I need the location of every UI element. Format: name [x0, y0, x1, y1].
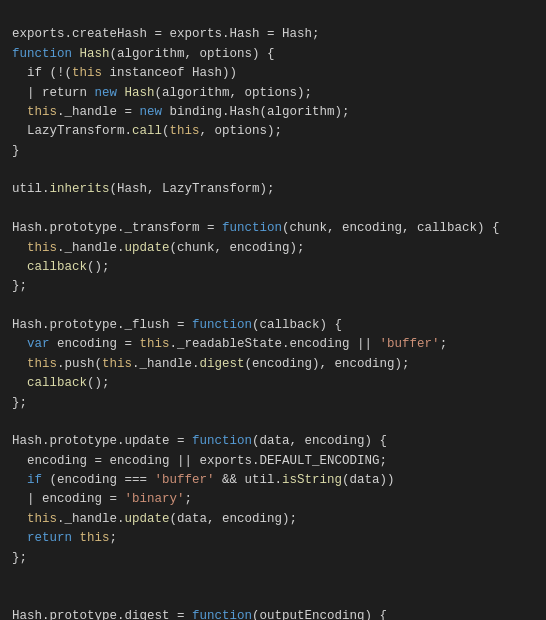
- token: isString: [282, 473, 342, 487]
- token: Hash: [80, 47, 110, 61]
- token: 'binary': [125, 492, 185, 506]
- token: callback: [27, 376, 87, 390]
- code-line: this._handle.update(data, encoding);: [0, 510, 546, 529]
- token: [12, 260, 27, 274]
- code-container: exports.createHash = exports.Hash = Hash…: [0, 0, 546, 620]
- token: (encoding), encoding);: [245, 357, 410, 371]
- token: , options);: [200, 124, 283, 138]
- token: 'buffer': [155, 473, 215, 487]
- token: update: [125, 512, 170, 526]
- token: [12, 105, 27, 119]
- token: ._handle.: [132, 357, 200, 371]
- token: this: [80, 531, 110, 545]
- token: Hash: [125, 86, 155, 100]
- token: ;: [440, 337, 448, 351]
- token: };: [12, 279, 27, 293]
- code-line: [0, 568, 546, 587]
- code-line: Hash.prototype.digest = function(outputE…: [0, 607, 546, 620]
- token: inherits: [50, 182, 110, 196]
- token: new: [95, 86, 125, 100]
- token: ._handle.: [57, 512, 125, 526]
- code-line: [0, 413, 546, 432]
- token: call: [132, 124, 162, 138]
- token: callback: [27, 260, 87, 274]
- code-line: }: [0, 142, 546, 161]
- token: [12, 337, 27, 351]
- token: Hash.prototype._transform =: [12, 221, 222, 235]
- code-line: util.inherits(Hash, LazyTransform);: [0, 180, 546, 199]
- token: return: [27, 531, 80, 545]
- token: this: [27, 241, 57, 255]
- code-line: | encoding = 'binary';: [0, 490, 546, 509]
- token: binding.Hash(algorithm);: [170, 105, 350, 119]
- token: if (!(: [12, 66, 72, 80]
- code-line: this._handle.update(chunk, encoding);: [0, 239, 546, 258]
- token: util.: [12, 182, 50, 196]
- token: encoding = encoding || exports.DEFAULT_E…: [12, 454, 387, 468]
- token: 'buffer': [380, 337, 440, 351]
- code-line: Hash.prototype._transform = function(chu…: [0, 219, 546, 238]
- token: function: [192, 609, 252, 620]
- token: ();: [87, 260, 110, 274]
- token: new: [140, 105, 170, 119]
- code-line: Hash.prototype.update = function(data, e…: [0, 432, 546, 451]
- token: [12, 531, 27, 545]
- token: (chunk, encoding, callback) {: [282, 221, 500, 235]
- code-line: callback();: [0, 374, 546, 393]
- token: function: [192, 434, 252, 448]
- token: this: [102, 357, 132, 371]
- code-line: exports.createHash = exports.Hash = Hash…: [0, 25, 546, 44]
- code-line: LazyTransform.call(this, options);: [0, 122, 546, 141]
- token: update: [125, 241, 170, 255]
- token: (: [162, 124, 170, 138]
- token: encoding =: [57, 337, 140, 351]
- token: function: [12, 47, 80, 61]
- token: function: [222, 221, 282, 235]
- token: };: [12, 551, 27, 565]
- token: (chunk, encoding);: [170, 241, 305, 255]
- token: (algorithm, options) {: [110, 47, 275, 61]
- code-line: };: [0, 394, 546, 413]
- code-line: callback();: [0, 258, 546, 277]
- token: Hash.prototype._flush =: [12, 318, 192, 332]
- token: this: [27, 357, 57, 371]
- code-line: [0, 587, 546, 606]
- token: }: [12, 144, 20, 158]
- code-line: [0, 297, 546, 316]
- token: instanceof Hash)): [102, 66, 237, 80]
- token: [12, 376, 27, 390]
- token: Hash.prototype.update =: [12, 434, 192, 448]
- token: this: [27, 105, 57, 119]
- token: [12, 357, 27, 371]
- code-line: this.push(this._handle.digest(encoding),…: [0, 355, 546, 374]
- token: Hash.prototype.digest =: [12, 609, 192, 620]
- token: .push(: [57, 357, 102, 371]
- token: ._handle =: [57, 105, 140, 119]
- token: function: [192, 318, 252, 332]
- token: (Hash, LazyTransform);: [110, 182, 275, 196]
- code-line: function Hash(algorithm, options) {: [0, 45, 546, 64]
- token: (encoding ===: [50, 473, 155, 487]
- token: this: [140, 337, 170, 351]
- code-line: [0, 200, 546, 219]
- token: && util.: [215, 473, 283, 487]
- code-line: var encoding = this._readableState.encod…: [0, 335, 546, 354]
- token: (algorithm, options);: [155, 86, 313, 100]
- token: | encoding =: [12, 492, 125, 506]
- token: this: [72, 66, 102, 80]
- token: ._readableState.encoding ||: [170, 337, 380, 351]
- token: };: [12, 396, 27, 410]
- code-line: };: [0, 549, 546, 568]
- token: this: [170, 124, 200, 138]
- code-line: };: [0, 277, 546, 296]
- token: | return: [12, 86, 95, 100]
- token: [12, 241, 27, 255]
- token: var: [27, 337, 57, 351]
- token: exports.createHash = exports.Hash = Hash…: [12, 27, 320, 41]
- code-line: | return new Hash(algorithm, options);: [0, 84, 546, 103]
- token: LazyTransform.: [12, 124, 132, 138]
- code-line: this._handle = new binding.Hash(algorith…: [0, 103, 546, 122]
- token: this: [27, 512, 57, 526]
- token: digest: [200, 357, 245, 371]
- token: ;: [185, 492, 193, 506]
